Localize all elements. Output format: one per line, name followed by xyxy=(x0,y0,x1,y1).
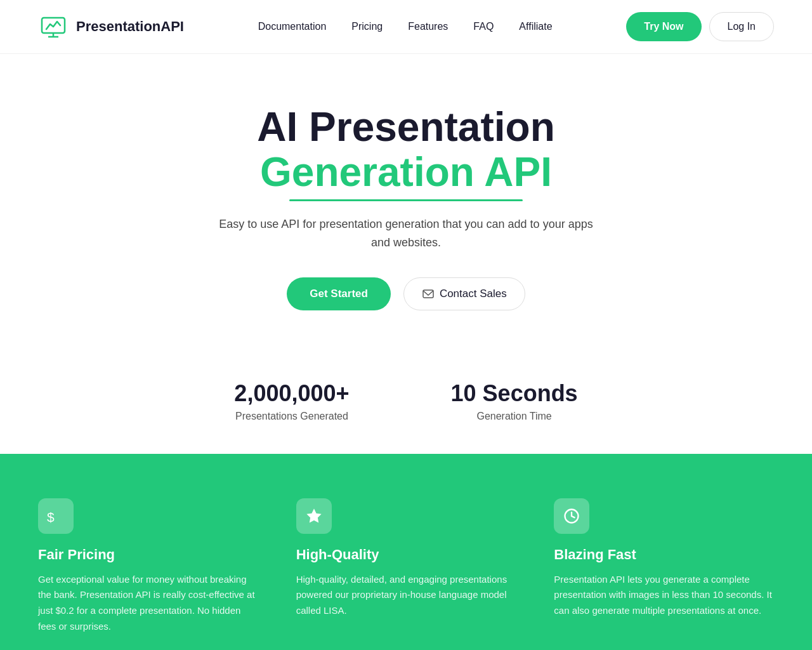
contact-sales-button[interactable]: Contact Sales xyxy=(403,277,525,310)
feature-pricing-title: Fair Pricing xyxy=(38,547,258,563)
feature-speed: Blazing Fast Presentation API lets you g… xyxy=(554,498,774,635)
hero-subtitle: Easy to use API for presentation generat… xyxy=(216,215,596,252)
quality-icon-box xyxy=(296,498,332,534)
stat-presentations-label: Presentations Generated xyxy=(234,411,349,422)
hero-title-green: Generation API xyxy=(260,149,552,196)
nav-pricing[interactable]: Pricing xyxy=(351,21,383,32)
star-icon xyxy=(305,507,323,525)
feature-pricing-desc: Get exceptional value for money without … xyxy=(38,572,258,635)
logo[interactable]: PresentationAPI xyxy=(38,11,184,42)
stats-section: 2,000,000+ Presentations Generated 10 Se… xyxy=(0,348,812,454)
stat-presentations-number: 2,000,000+ xyxy=(234,380,349,407)
stat-generation-time: 10 Seconds Generation Time xyxy=(451,380,578,422)
try-now-button[interactable]: Try Now xyxy=(626,12,701,41)
clock-icon xyxy=(563,507,580,525)
stat-presentations: 2,000,000+ Presentations Generated xyxy=(234,380,349,422)
svg-line-9 xyxy=(572,516,575,517)
nav-features[interactable]: Features xyxy=(408,21,448,32)
navbar: PresentationAPI Documentation Pricing Fe… xyxy=(0,0,812,54)
svg-text:$: $ xyxy=(47,510,55,524)
stat-time-number: 10 Seconds xyxy=(451,380,578,407)
feature-speed-title: Blazing Fast xyxy=(554,547,774,563)
hero-buttons: Get Started Contact Sales xyxy=(287,277,525,310)
hero-title-black: AI Presentation xyxy=(257,104,554,150)
login-button[interactable]: Log In xyxy=(709,12,774,41)
feature-pricing: $ Fair Pricing Get exceptional value for… xyxy=(38,498,258,635)
svg-rect-4 xyxy=(423,290,433,298)
get-started-button[interactable]: Get Started xyxy=(287,277,391,310)
nav-actions: Try Now Log In xyxy=(626,12,774,41)
feature-quality-title: High-Quality xyxy=(296,547,516,563)
nav-links: Documentation Pricing Features FAQ Affil… xyxy=(258,21,553,32)
nav-documentation[interactable]: Documentation xyxy=(258,21,327,32)
features-section: $ Fair Pricing Get exceptional value for… xyxy=(0,454,812,650)
feature-quality: High-Quality High-quality, detailed, and… xyxy=(296,498,516,635)
hero-title: AI Presentation Generation API xyxy=(257,105,554,196)
stat-time-label: Generation Time xyxy=(451,411,578,422)
email-icon xyxy=(422,288,435,300)
dollar-icon: $ xyxy=(47,507,65,525)
speed-icon-box xyxy=(554,498,589,534)
nav-affiliate[interactable]: Affiliate xyxy=(519,21,552,32)
logo-icon xyxy=(38,11,69,42)
logo-text: PresentationAPI xyxy=(76,18,184,35)
svg-marker-6 xyxy=(306,508,321,522)
feature-speed-desc: Presentation API lets you generate a com… xyxy=(554,572,774,619)
nav-faq[interactable]: FAQ xyxy=(473,21,494,32)
hero-section: AI Presentation Generation API Easy to u… xyxy=(0,54,812,348)
pricing-icon-box: $ xyxy=(38,498,74,534)
feature-quality-desc: High-quality, detailed, and engaging pre… xyxy=(296,572,516,619)
